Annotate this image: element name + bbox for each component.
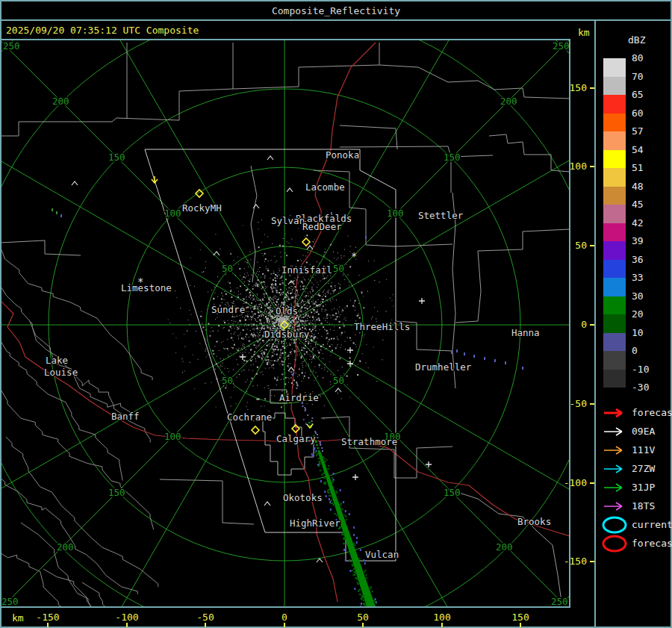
right-axis-tick bbox=[590, 87, 594, 89]
dbz-colour-block bbox=[603, 131, 626, 150]
dbz-colour-block bbox=[603, 333, 626, 352]
city-label: Banff bbox=[111, 411, 140, 422]
sidebar-divider bbox=[594, 19, 596, 628]
dbz-colour-block bbox=[603, 77, 626, 96]
caret-marker bbox=[287, 188, 293, 192]
city-label: Vulcan bbox=[365, 549, 399, 560]
dbz-scale-value: 0 bbox=[632, 345, 638, 356]
dbz-colour-block bbox=[603, 351, 626, 370]
bottom-axis-tick-label: -150 bbox=[25, 612, 70, 623]
dbz-colour-block bbox=[603, 278, 626, 296]
right-axis-tick bbox=[590, 324, 594, 326]
legend-label: 18TS bbox=[632, 500, 655, 512]
map-border-top bbox=[0, 39, 570, 40]
dbz-scale-value: 65 bbox=[632, 89, 644, 100]
right-axis-tick bbox=[590, 166, 594, 167]
dbz-scale-value: 70 bbox=[632, 71, 644, 82]
ring-distance-label: 150 bbox=[108, 487, 125, 498]
dbz-colour-block bbox=[603, 58, 626, 77]
down-arrow-marker bbox=[152, 176, 158, 183]
bottom-axis-tick bbox=[284, 623, 285, 627]
legend-label: current bbox=[632, 519, 672, 530]
title-divider bbox=[0, 19, 672, 21]
right-axis-tick-label: 100 bbox=[557, 161, 587, 172]
legend-arrow-icon bbox=[602, 482, 627, 497]
bottom-axis-tick bbox=[205, 623, 206, 627]
bottom-axis-tick-label: -100 bbox=[105, 612, 149, 623]
ring-distance-label: 50 bbox=[222, 263, 233, 274]
reflectivity-streak bbox=[290, 371, 376, 608]
frame-top bbox=[0, 0, 672, 1]
legend-label: 31JP bbox=[632, 482, 655, 493]
ring-distance-label: 150 bbox=[108, 152, 125, 163]
dbz-colour-block bbox=[603, 95, 626, 114]
caret-marker bbox=[267, 156, 273, 160]
dbz-colour-block bbox=[603, 168, 626, 187]
city-label: ThreeHills bbox=[354, 321, 410, 332]
radar-map-canvas[interactable]: 5050505010010010010015015015015020020020… bbox=[0, 0, 672, 628]
right-axis-tick bbox=[590, 403, 594, 405]
dbz-colour-block bbox=[603, 260, 626, 279]
ring-distance-label: 50 bbox=[222, 375, 233, 386]
bottom-axis-tick bbox=[441, 623, 443, 627]
right-axis-tick-label: -150 bbox=[557, 556, 587, 567]
right-axis-tick-label: -50 bbox=[557, 398, 587, 409]
dbz-scale-value: 42 bbox=[632, 217, 644, 228]
dbz-scale-value: 57 bbox=[632, 125, 644, 137]
bottom-axis-tick bbox=[126, 623, 128, 627]
frame-left bbox=[0, 0, 1, 628]
ring-distance-label: 200 bbox=[500, 96, 517, 107]
bottom-axis-tick-label: 0 bbox=[262, 612, 307, 623]
ring-distance-label: 250 bbox=[3, 40, 20, 52]
dbz-colour-block bbox=[603, 187, 626, 205]
city-label: Ponoka bbox=[326, 149, 359, 161]
dbz-scale-value: 45 bbox=[632, 199, 644, 210]
city-label: Limestone bbox=[121, 282, 172, 293]
caret-marker bbox=[317, 559, 323, 562]
plus-marker bbox=[240, 354, 246, 360]
terrain-lines bbox=[0, 246, 158, 618]
ring-distance-label: 150 bbox=[444, 152, 461, 163]
dbz-colour-block bbox=[603, 150, 626, 169]
dbz-scale-value: 48 bbox=[632, 181, 644, 192]
map-border-bottom bbox=[0, 606, 570, 608]
city-label: Brooks bbox=[517, 516, 551, 527]
city-label: Louise bbox=[44, 367, 78, 378]
right-axis-tick-label: -100 bbox=[557, 477, 587, 488]
legend-label: forecast bbox=[632, 407, 672, 418]
radar-site-diamond bbox=[302, 238, 310, 246]
ring-distance-label: 250 bbox=[551, 596, 568, 607]
bottom-axis-tick-label: -50 bbox=[183, 612, 228, 623]
ring-distance-label: 200 bbox=[57, 541, 74, 553]
dbz-colour-block bbox=[603, 114, 626, 132]
city-label: RockyMH bbox=[182, 202, 222, 214]
dbz-scale-value: 30 bbox=[632, 290, 644, 302]
caret-marker bbox=[264, 502, 270, 506]
dbz-colour-block bbox=[603, 296, 626, 315]
ring-distance-label: 200 bbox=[496, 541, 513, 553]
caret-marker bbox=[214, 252, 220, 255]
legend-ellipse-icon bbox=[600, 534, 629, 556]
right-axis-tick-label: 150 bbox=[557, 82, 587, 93]
dbz-scale-value: 54 bbox=[632, 144, 644, 155]
radar-site-diamond bbox=[252, 426, 259, 434]
dbz-scale-value: 10 bbox=[632, 327, 644, 338]
ring-distance-label: 100 bbox=[164, 431, 181, 442]
city-label: RedDeer bbox=[302, 221, 342, 232]
bottom-axis-tick bbox=[47, 623, 49, 627]
dbz-scale-value: -30 bbox=[632, 382, 649, 393]
legend-label: 27ZW bbox=[632, 463, 655, 474]
dbz-scale-value: -10 bbox=[632, 364, 649, 375]
legend-arrow-icon bbox=[602, 500, 627, 515]
radar-app-window: Composite_Reflectivity 2025/09/20 07:35:… bbox=[0, 0, 672, 628]
dbz-scale-value: 80 bbox=[632, 52, 644, 63]
legend-label: forecast bbox=[632, 538, 672, 549]
bottom-axis-tick bbox=[362, 623, 364, 627]
city-label: Drumheller bbox=[415, 361, 472, 373]
dbz-scale-value: 33 bbox=[632, 272, 644, 283]
right-axis-tick bbox=[590, 561, 594, 562]
plus-marker bbox=[352, 474, 358, 480]
bottom-axis-tick-label: 100 bbox=[420, 612, 464, 623]
dbz-scale-value: 60 bbox=[632, 108, 644, 119]
ring-distance-label: 50 bbox=[333, 375, 344, 386]
